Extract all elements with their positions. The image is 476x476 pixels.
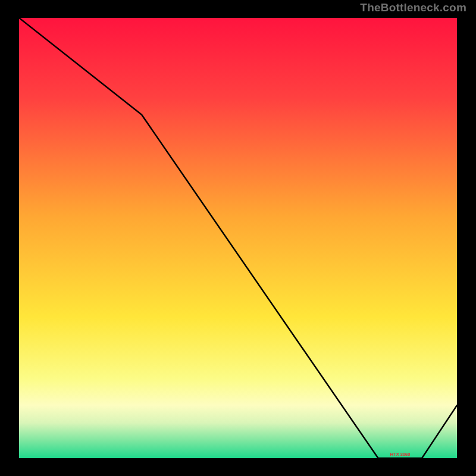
chart-stage: TheBottleneck.com: [0, 0, 476, 476]
plot-area: RTX 3060: [19, 18, 457, 458]
chart-svg: RTX 3060: [19, 18, 457, 458]
gradient-background: [19, 18, 457, 458]
attribution-text: TheBottleneck.com: [360, 1, 466, 14]
x-axis-label: RTX 3060: [390, 452, 411, 457]
